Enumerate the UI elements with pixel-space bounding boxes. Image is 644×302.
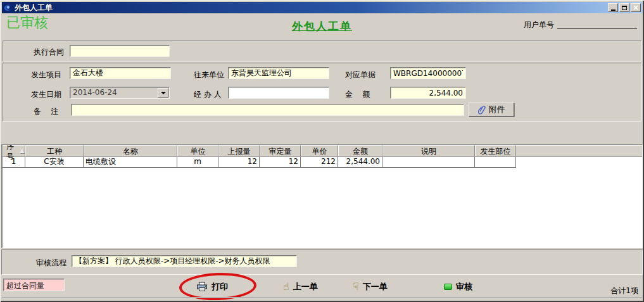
- cell-description: [382, 157, 475, 168]
- remark-field[interactable]: [71, 104, 464, 116]
- title-bar: 外包人工单 ×: [2, 2, 642, 13]
- maximize-icon: [622, 6, 627, 10]
- project-label: 发生项目: [31, 70, 61, 80]
- grid-header-row: 序号 工种 名称 单位 上报量 审定量 单价 金额 说明 发生部位: [3, 145, 642, 157]
- attachment-button[interactable]: 附件: [469, 103, 514, 116]
- next-order-label: 下一单: [363, 281, 388, 293]
- cell-reported-qty: 12: [218, 157, 260, 168]
- attachment-button-label: 附件: [489, 104, 505, 115]
- app-icon: [3, 3, 12, 12]
- partner-label: 往来单位: [194, 70, 224, 80]
- contract-field[interactable]: [70, 45, 170, 57]
- column-header-worktype[interactable]: 工种: [25, 145, 84, 156]
- cell-approved-qty: 12: [260, 157, 301, 168]
- detail-grid: 序号 工种 名称 单位 上报量 审定量 单价 金额 说明 发生部位 1 C安装 …: [1, 144, 643, 248]
- amount-label: 金 额: [345, 89, 370, 100]
- grid-header-filler: [516, 145, 642, 156]
- user-order-label: 用户单号: [524, 20, 554, 30]
- maximize-button[interactable]: [619, 3, 629, 12]
- column-header-name[interactable]: 名称: [84, 145, 177, 156]
- printer-icon: [196, 282, 208, 292]
- next-order-button[interactable]: ☟ 下一单: [353, 281, 388, 293]
- column-header-description[interactable]: 说明: [382, 145, 475, 156]
- sort-ascending-icon: [20, 149, 25, 153]
- partner-field[interactable]: [228, 67, 329, 79]
- cell-amount: 2,544.00: [338, 157, 382, 168]
- cell-worktype: C安装: [25, 157, 84, 168]
- review-flow-label: 审核流程: [36, 258, 66, 268]
- column-header-unit-price[interactable]: 单价: [301, 145, 338, 156]
- column-header-amount[interactable]: 金额: [338, 145, 382, 156]
- previous-order-button[interactable]: ☝ 上一单: [283, 281, 318, 293]
- date-value: 2014-06-24: [73, 88, 117, 97]
- doc-label: 对应单据: [345, 70, 376, 80]
- total-count: 合计1项: [610, 286, 638, 296]
- cell-unit: m: [177, 157, 218, 168]
- date-label: 发生日期: [31, 89, 61, 100]
- minimize-icon: [611, 9, 616, 11]
- amount-field[interactable]: [390, 87, 466, 99]
- cell-seq: 1: [3, 157, 25, 168]
- print-button-label: 打印: [212, 281, 228, 293]
- app-window: 外包人工单 × 已审核 外包人工单 用户单号 执行合同 发生项目 往来单位 对应…: [0, 0, 644, 302]
- column-header-approved-qty[interactable]: 审定量: [260, 145, 301, 156]
- previous-order-label: 上一单: [293, 281, 318, 293]
- column-header-reported-qty[interactable]: 上报量: [218, 145, 260, 156]
- print-button[interactable]: 打印: [196, 281, 228, 293]
- handler-label: 经 办 人: [194, 89, 222, 100]
- column-header-seq[interactable]: 序号: [3, 145, 25, 156]
- hand-up-icon: ☝: [283, 282, 289, 292]
- date-dropdown-button[interactable]: [158, 88, 168, 98]
- cell-location: [475, 157, 516, 168]
- column-header-unit[interactable]: 单位: [177, 145, 218, 156]
- audit-button[interactable]: 审核: [444, 281, 472, 293]
- cell-name: 电缆敷设: [84, 157, 177, 168]
- user-order-underline: [557, 18, 637, 28]
- date-combobox[interactable]: 2014-06-24: [70, 87, 170, 99]
- close-button[interactable]: ×: [631, 3, 641, 12]
- bottom-divider: [2, 297, 642, 298]
- audit-button-label: 审核: [456, 281, 472, 293]
- cell-unit-price: 212: [301, 157, 338, 168]
- hand-down-icon: ☟: [353, 282, 359, 292]
- project-field[interactable]: [70, 67, 171, 79]
- window-title: 外包人工单: [15, 3, 607, 13]
- warning-message: 超过合同量: [3, 279, 65, 291]
- column-header-location[interactable]: 发生部位: [475, 145, 516, 156]
- contract-label: 执行合同: [34, 47, 64, 58]
- green-status-icon: [444, 284, 452, 290]
- paperclip-icon: [478, 105, 486, 115]
- table-row[interactable]: 1 C安装 电缆敷设 m 12 12 212 2,544.00: [3, 157, 642, 168]
- doc-field[interactable]: [390, 67, 466, 79]
- minimize-button[interactable]: [608, 3, 618, 12]
- review-flow-field[interactable]: [72, 255, 297, 267]
- chevron-down-icon: [161, 92, 166, 94]
- close-icon: ×: [633, 4, 639, 11]
- handler-field[interactable]: [228, 87, 329, 99]
- remark-label: 备 注: [34, 106, 58, 117]
